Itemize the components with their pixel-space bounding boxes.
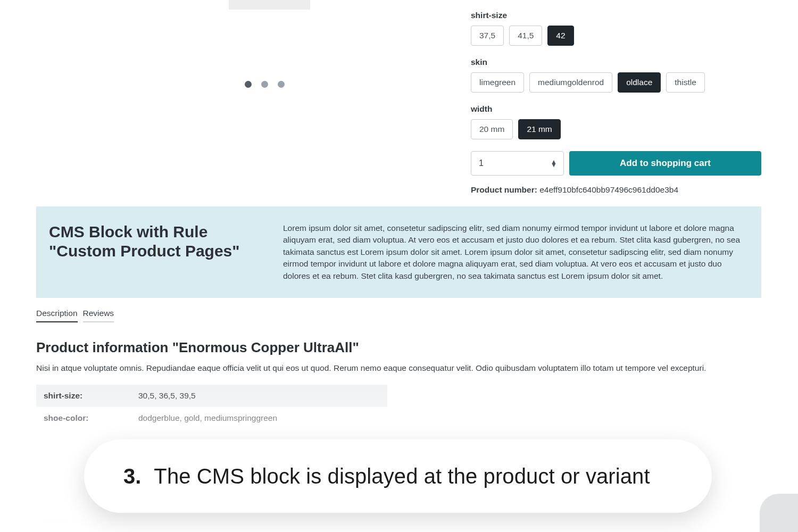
option-button[interactable]: oldlace <box>618 72 661 93</box>
attribute-row: shoe-color:dodgerblue, gold, mediumsprin… <box>36 407 387 429</box>
gallery-dot[interactable] <box>261 81 268 88</box>
add-to-cart-button[interactable]: Add to shopping cart <box>569 151 761 176</box>
cms-block: CMS Block with Rule "Custom Product Page… <box>36 206 761 298</box>
attribute-table: shirt-size:30,5, 36,5, 39,5shoe-color:do… <box>36 385 387 429</box>
attribute-row: shirt-size:30,5, 36,5, 39,5 <box>36 385 387 407</box>
quantity-select[interactable]: 1▲▼ <box>471 151 564 176</box>
cms-block-body: Lorem ipsum dolor sit amet, consetetur s… <box>283 222 749 282</box>
attribute-key: shoe-color: <box>36 407 131 429</box>
gallery-dot[interactable] <box>278 81 285 88</box>
attribute-value: dodgerblue, gold, mediumspringgreen <box>131 407 387 429</box>
option-button[interactable]: 21 mm <box>518 119 560 139</box>
product-number-label: Product number: <box>471 185 539 194</box>
caret-icon: ▲▼ <box>551 160 557 167</box>
attribute-key: shirt-size: <box>36 385 131 407</box>
option-button[interactable]: 41,5 <box>509 26 542 46</box>
bottom-right-widget <box>760 494 798 532</box>
option-button[interactable]: 42 <box>547 26 573 46</box>
tutorial-caption-text: The CMS block is displayed at the produc… <box>154 464 650 488</box>
gallery-image-placeholder <box>229 0 310 10</box>
option-row-shirt-size: 37,541,542 <box>471 26 761 46</box>
product-tabs: DescriptionReviews <box>36 309 114 322</box>
tab-description[interactable]: Description <box>36 309 78 322</box>
gallery-dot[interactable] <box>245 81 252 88</box>
product-number-row: Product number: e4eff910bfc640bb97496c96… <box>471 185 761 195</box>
product-info-description: Nisi in atque voluptate omnis. Repudiand… <box>36 363 761 373</box>
product-number-value: e4eff910bfc640bb97496c961dd0e3b4 <box>539 185 678 194</box>
option-label-width: width <box>471 104 761 114</box>
option-row-width: 20 mm21 mm <box>471 119 761 139</box>
option-button[interactable]: thistle <box>666 72 705 93</box>
product-info-heading: Product information "Enormous Copper Ult… <box>36 339 761 356</box>
option-button[interactable]: limegreen <box>471 72 524 93</box>
option-button[interactable]: 37,5 <box>471 26 504 46</box>
quantity-value: 1 <box>479 159 484 168</box>
tab-reviews[interactable]: Reviews <box>83 309 114 322</box>
gallery-dots <box>245 81 285 88</box>
service-hotline-heading: Service hotline <box>36 516 104 527</box>
option-label-shirt-size: shirt-size <box>471 11 761 20</box>
option-row-skin: limegreenmediumgoldenrodoldlacethistle <box>471 72 761 93</box>
option-label-skin: skin <box>471 57 761 67</box>
tutorial-caption: 3. The CMS block is displayed at the pro… <box>84 439 712 513</box>
product-info: Product information "Enormous Copper Ult… <box>36 339 761 429</box>
option-button[interactable]: mediumgoldenrod <box>529 72 612 93</box>
cms-block-title: CMS Block with Rule "Custom Product Page… <box>49 222 262 282</box>
tutorial-caption-number: 3. <box>123 464 141 488</box>
option-button[interactable]: 20 mm <box>471 119 513 139</box>
attribute-value: 30,5, 36,5, 39,5 <box>131 385 387 407</box>
